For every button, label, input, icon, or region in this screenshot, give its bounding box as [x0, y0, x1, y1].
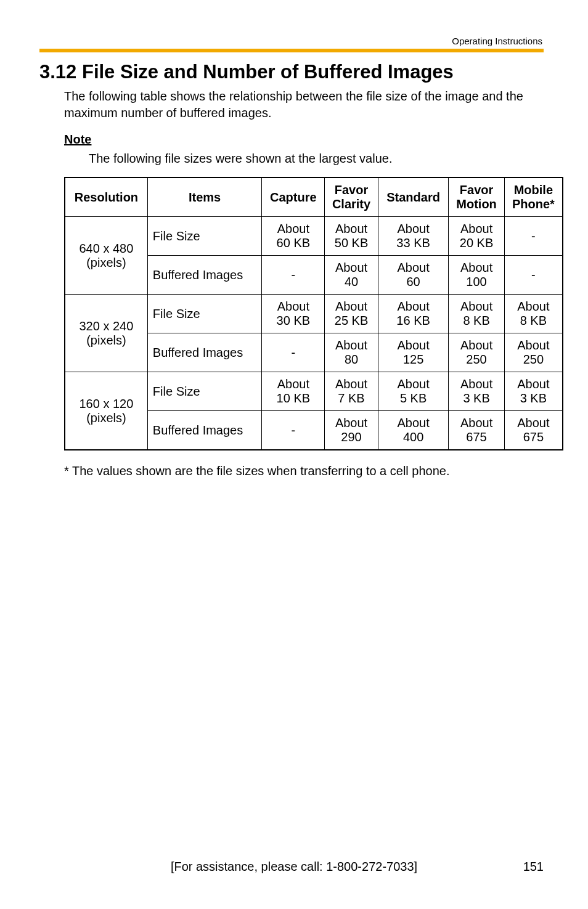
value-cell: About100 [449, 256, 504, 295]
item-cell: File Size [147, 372, 262, 411]
item-cell: Buffered Images [147, 411, 262, 450]
resolution-cell: 640 x 480(pixels) [65, 217, 147, 295]
value-cell: About25 KB [325, 295, 378, 333]
resolution-cell: 320 x 240(pixels) [65, 295, 147, 372]
page-footer: [For assistance, please call: 1-800-272-… [0, 860, 588, 878]
value-cell: About10 KB [262, 372, 325, 411]
value-cell: About3 KB [449, 372, 504, 411]
file-size-table: Resolution Items Capture FavorClarity St… [64, 177, 563, 450]
value-cell: - [504, 217, 563, 256]
value-cell: - [504, 256, 563, 295]
header-rule [39, 49, 544, 52]
col-mobile-phone: MobilePhone* [504, 177, 563, 217]
value-cell: About675 [449, 411, 504, 450]
item-cell: File Size [147, 217, 262, 256]
table-row: 640 x 480(pixels) File Size About60 KB A… [65, 217, 563, 256]
intro-paragraph: The following table shows the relationsh… [64, 88, 544, 121]
col-favor-motion: FavorMotion [449, 177, 504, 217]
value-cell: About20 KB [449, 217, 504, 256]
resolution-cell: 160 x 120(pixels) [65, 372, 147, 450]
value-cell: About250 [449, 333, 504, 372]
footnote: * The values shown are the file sizes wh… [64, 464, 544, 478]
footer-assist: [For assistance, please call: 1-800-272-… [0, 860, 588, 874]
value-cell: - [262, 411, 325, 450]
note-heading: Note [64, 132, 544, 147]
section-title: 3.12 File Size and Number of Buffered Im… [39, 61, 544, 83]
value-cell: - [262, 256, 325, 295]
value-cell: About60 KB [262, 217, 325, 256]
value-cell: About675 [504, 411, 563, 450]
value-cell: About40 [325, 256, 378, 295]
value-cell: About400 [378, 411, 449, 450]
table-row: 320 x 240(pixels) File Size About30 KB A… [65, 295, 563, 333]
value-cell: About33 KB [378, 217, 449, 256]
col-favor-clarity: FavorClarity [325, 177, 378, 217]
value-cell: About80 [325, 333, 378, 372]
value-cell: About16 KB [378, 295, 449, 333]
value-cell: - [262, 333, 325, 372]
col-items: Items [147, 177, 262, 217]
item-cell: Buffered Images [147, 256, 262, 295]
item-cell: Buffered Images [147, 333, 262, 372]
item-cell: File Size [147, 295, 262, 333]
value-cell: About250 [504, 333, 563, 372]
table-row: 160 x 120(pixels) File Size About10 KB A… [65, 372, 563, 411]
value-cell: About7 KB [325, 372, 378, 411]
value-cell: About8 KB [449, 295, 504, 333]
value-cell: About50 KB [325, 217, 378, 256]
value-cell: About5 KB [378, 372, 449, 411]
footer-page-number: 151 [523, 860, 544, 874]
value-cell: About30 KB [262, 295, 325, 333]
col-resolution: Resolution [65, 177, 147, 217]
value-cell: About60 [378, 256, 449, 295]
col-standard: Standard [378, 177, 449, 217]
value-cell: About3 KB [504, 372, 563, 411]
note-text: The following file sizes were shown at t… [89, 152, 544, 166]
value-cell: About125 [378, 333, 449, 372]
running-head: Operating Instructions [39, 36, 544, 46]
value-cell: About290 [325, 411, 378, 450]
value-cell: About8 KB [504, 295, 563, 333]
col-capture: Capture [262, 177, 325, 217]
